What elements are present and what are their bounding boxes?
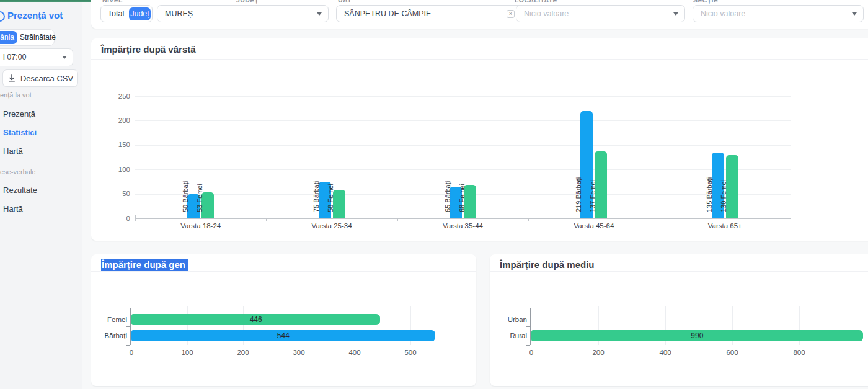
time-select-value: i 07:00: [3, 53, 27, 61]
x-axis-tick-400: 400: [336, 349, 373, 356]
x-axis-category-0: Varsta 18-24: [157, 222, 244, 230]
bar-value-femei: 446: [131, 315, 380, 324]
sidebar-item-prezenta[interactable]: Prezență: [3, 109, 35, 118]
bar-label-bărbați-1: 75 Bărbați: [312, 181, 321, 212]
x-axis-tick-800: 800: [781, 349, 818, 356]
localitate-select-placeholder: Nicio valoare: [524, 6, 569, 22]
page-title: Prezență vot: [7, 10, 63, 20]
sidebar-item-rezultate[interactable]: Rezultate: [3, 186, 37, 195]
x-axis-tick-200: 200: [224, 349, 262, 356]
chevron-down-icon: [317, 12, 322, 16]
filter-label-uat: UAT: [338, 0, 352, 4]
bar-label-bărbați-0: 50 Bărbați: [182, 181, 190, 212]
chevron-down-icon: [673, 12, 678, 16]
time-select[interactable]: i 07:00: [0, 48, 73, 66]
gridline-y-100: [135, 169, 790, 170]
x-axis-tick-200: 200: [580, 349, 617, 356]
bar-label-femei-0: 53 Femei: [196, 184, 204, 212]
tab-strainatate[interactable]: Străinătate: [20, 31, 53, 44]
sidebar-item-harta-rezultate[interactable]: Hartă: [3, 204, 23, 213]
gender-chart-title: Împărțire după gen: [101, 259, 188, 270]
bar-label-bărbați-2: 65 Bărbați: [444, 181, 452, 212]
y-axis-tick-2: [526, 345, 530, 346]
category-label-bărbați: Bărbați: [84, 332, 127, 339]
uat-select[interactable]: SÂNPETRU DE CÂMPIE ×: [336, 5, 535, 22]
x-axis-tick-300: 300: [280, 349, 317, 356]
tab-romania[interactable]: mânia: [0, 31, 17, 44]
x-axis-tick: [528, 218, 529, 221]
x-axis-tick-100: 100: [169, 349, 206, 356]
y-axis-tick-150: 150: [105, 141, 130, 148]
clear-icon[interactable]: ×: [507, 10, 515, 18]
y-axis-tick-250: 250: [105, 92, 130, 100]
x-axis-tick: [660, 218, 660, 221]
bar-value-bărbați: 544: [131, 331, 435, 340]
x-axis-tick-0: 0: [113, 349, 150, 356]
x-axis-category-3: Varsta 45-64: [551, 222, 637, 230]
nivel-option-total[interactable]: Total: [104, 9, 128, 18]
sidebar-section-prezenta-la-vot: ență la vot: [0, 91, 32, 99]
x-axis-tick-600: 600: [714, 349, 751, 356]
nivel-toggle[interactable]: Total Județ: [100, 5, 153, 22]
x-axis-tick-0: 0: [513, 349, 550, 356]
y-axis-tick-50: 50: [105, 190, 130, 197]
y-axis-tick-0: [126, 308, 130, 308]
x-axis-category-2: Varsta 35-44: [420, 222, 507, 230]
divider: [490, 271, 868, 272]
bar-label-femei-1: 58 Femei: [327, 184, 335, 212]
age-chart-title: Împărțire după vârstă: [101, 44, 196, 55]
filter-label-nivel: NIVEL: [102, 0, 123, 4]
filter-label-sectie: SECȚIE: [693, 0, 718, 4]
download-csv-button[interactable]: Descarcă CSV: [2, 69, 78, 87]
y-axis-tick-200: 200: [105, 117, 130, 124]
sectie-select-placeholder: Nicio valoare: [701, 6, 745, 22]
download-icon: [7, 74, 16, 83]
nivel-option-judet[interactable]: Județ: [129, 7, 151, 20]
y-axis-tick-2: [126, 345, 130, 346]
category-label-femei: Femei: [84, 316, 127, 323]
bar-label-femei-4: 130 Femei: [720, 180, 728, 212]
y-axis-tick-1: [126, 326, 130, 327]
environment-chart-title: Împărțire după mediu: [500, 259, 595, 270]
sidebar-section-procese-verbale: ese-verbale: [0, 168, 35, 176]
x-axis-tick: [266, 218, 267, 221]
gender-chart-card: Împărțire după gen 0100200300400500Femei…: [91, 254, 476, 386]
selected-text: Împărțire după gen: [101, 259, 188, 271]
x-axis-tick-400: 400: [647, 349, 684, 356]
x-axis-line: [135, 218, 791, 219]
category-label-rural: Rural: [484, 332, 527, 339]
y-axis-tick-0: 0: [105, 215, 130, 222]
chevron-down-icon: [62, 56, 67, 59]
bar-value-rural: 990: [531, 331, 863, 340]
sidebar-item-statistici[interactable]: Statistici: [3, 128, 37, 137]
x-axis-tick: [397, 218, 398, 221]
divider: [91, 271, 476, 272]
x-axis-tick-500: 500: [392, 349, 429, 356]
uat-select-value: SÂNPETRU DE CÂMPIE: [344, 6, 431, 22]
judet-select-value: MUREȘ: [165, 6, 193, 22]
bar-label-bărbați-3: 219 Bărbați: [575, 177, 583, 212]
gridline-y-250: [135, 96, 790, 97]
environment-chart-card: Împărțire după mediu 0200400600800UrbanR…: [490, 254, 868, 386]
x-axis-category-4: Varsta 65+: [681, 222, 768, 230]
y-axis-tick-100: 100: [105, 166, 130, 173]
localitate-select[interactable]: Nicio valoare: [516, 5, 685, 22]
bar-label-bărbați-4: 135 Bărbați: [706, 177, 714, 212]
divider: [91, 59, 868, 60]
y-axis-line: [130, 308, 131, 345]
sectie-select[interactable]: Nicio valoare: [693, 5, 864, 22]
download-csv-label: Descarcă CSV: [20, 74, 73, 83]
sidebar-item-harta-prezenta[interactable]: Hartă: [3, 146, 23, 156]
filter-label-judet: JUDEȚ: [236, 0, 259, 4]
x-axis-category-1: Varsta 25-34: [288, 222, 375, 230]
y-axis-tick-0: [526, 308, 530, 308]
age-chart-card: Împărțire după vârstă 05010015020025050 …: [91, 38, 868, 241]
x-axis-tick: [790, 218, 791, 221]
y-axis-tick-1: [526, 326, 530, 327]
filter-label-localitate: LOCALITATE: [515, 0, 557, 4]
judet-select[interactable]: MUREȘ: [157, 5, 329, 22]
x-axis-tick: [135, 218, 136, 221]
y-axis-line: [530, 308, 531, 345]
chevron-down-icon: [852, 12, 857, 16]
bar-label-femei-2: 68 Femei: [458, 184, 466, 212]
